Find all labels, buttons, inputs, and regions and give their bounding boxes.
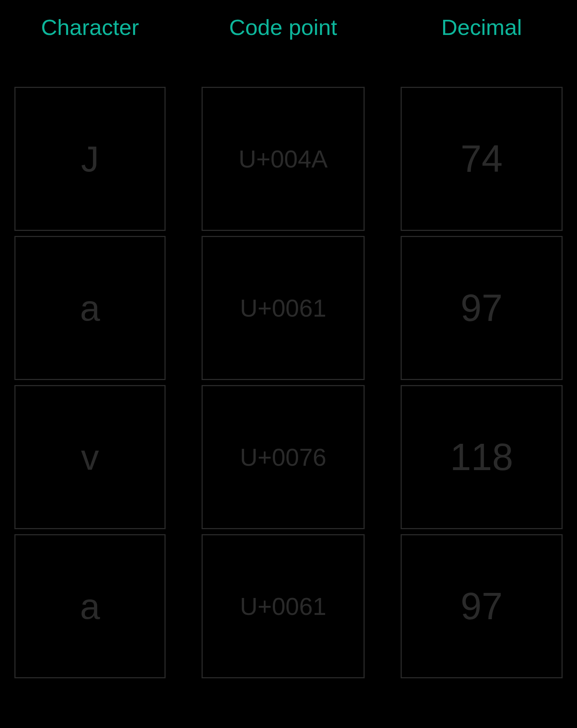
decimal-cell: 118 xyxy=(401,385,563,529)
decimal-value: 118 xyxy=(450,436,513,479)
character-cell: J xyxy=(14,87,166,231)
character-header: Character xyxy=(14,14,166,40)
character-cell: a xyxy=(14,534,166,678)
decimal-value: 74 xyxy=(461,137,503,180)
codepoint-cell: U+0061 xyxy=(202,534,365,678)
codepoint-cell: U+0061 xyxy=(202,236,365,380)
character-value: a xyxy=(80,287,100,329)
decimal-cell: 97 xyxy=(401,534,563,678)
decimal-value: 97 xyxy=(461,585,503,628)
codepoint-cell: U+0076 xyxy=(202,385,365,529)
decimal-cells: 74 97 118 97 xyxy=(401,87,563,683)
encoding-table: Character J a v a Code point U+004A U+00… xyxy=(7,14,570,683)
decimal-cell: 74 xyxy=(401,87,563,231)
codepoint-value: U+004A xyxy=(239,145,328,173)
codepoint-value: U+0076 xyxy=(240,443,326,471)
character-cell: a xyxy=(14,236,166,380)
codepoint-header: Code point xyxy=(202,14,365,40)
codepoint-value: U+0061 xyxy=(240,294,326,322)
decimal-cell: 97 xyxy=(401,236,563,380)
decimal-column: Decimal 74 97 118 97 xyxy=(401,14,563,683)
decimal-value: 97 xyxy=(461,286,503,330)
character-column: Character J a v a xyxy=(14,14,166,683)
codepoint-value: U+0061 xyxy=(240,592,326,620)
codepoint-cells: U+004A U+0061 U+0076 U+0061 xyxy=(202,87,365,683)
character-value: J xyxy=(81,138,99,180)
character-value: a xyxy=(80,586,100,627)
codepoint-column: Code point U+004A U+0061 U+0076 U+0061 xyxy=(202,14,365,683)
decimal-header: Decimal xyxy=(401,14,563,40)
character-value: v xyxy=(81,437,99,478)
codepoint-cell: U+004A xyxy=(202,87,365,231)
character-cell: v xyxy=(14,385,166,529)
character-cells: J a v a xyxy=(14,87,166,683)
